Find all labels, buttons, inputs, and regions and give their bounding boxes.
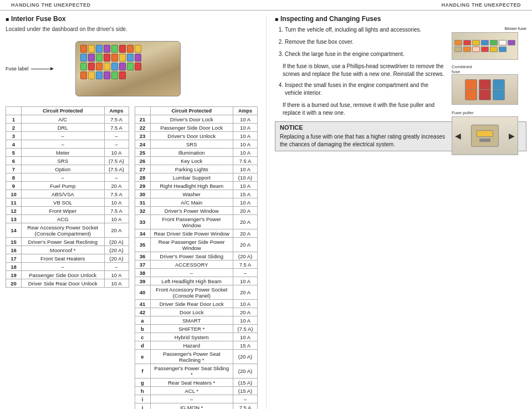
page-layout: Interior Fuse Box Located under the dash… xyxy=(0,15,532,409)
table-row: 4–– xyxy=(6,140,129,149)
table-row: 32Driver's Power Window20 A xyxy=(135,207,258,215)
table-row: 30Washer15 A xyxy=(135,190,258,198)
combined-fuse-box xyxy=(452,74,518,105)
fuse-puller-box: ◀ ▶ xyxy=(452,116,518,155)
header-right: HANDLING THE UNEXPECTED xyxy=(441,2,521,8)
fp-arrow-left-icon: ◀ xyxy=(455,131,461,140)
table-row: 2DRL7.5 A xyxy=(6,124,129,132)
table-row: 36Driver's Power Seat Sliding(20 A) xyxy=(135,252,258,260)
table-row: gRear Seat Heaters *(15 A) xyxy=(135,379,258,387)
fuse-tables-container: Circuit Protected Amps 1A/C7.5 A2DRL7.5 … xyxy=(6,106,258,409)
table-row: 18–– xyxy=(6,263,129,271)
table-row: 5Meter10 A xyxy=(6,149,129,157)
header-left: HANDLING THE UNEXPECTED xyxy=(11,2,91,8)
table-row: 7Option(7.5 A) xyxy=(6,165,129,173)
left-section-title: Interior Fuse Box xyxy=(6,15,258,23)
table-row: cHybrid System10 A xyxy=(135,333,258,341)
table-row: i–– xyxy=(135,395,258,403)
table-row: dHazard15 A xyxy=(135,341,258,350)
table-row: 26Key Lock7.5 A xyxy=(135,157,258,165)
table-row: 3–– xyxy=(6,132,129,140)
table-row: 12Front Wiper7.5 A xyxy=(6,207,129,215)
table1-col-num xyxy=(6,107,22,115)
table-row: 14Rear Accessory Power Socket (Console C… xyxy=(6,223,129,238)
table2-col-amps: Amps xyxy=(233,107,258,115)
fuse-table-2-wrap: Circuit Protected Amps 21Driver's Door L… xyxy=(135,106,258,409)
table-row: 27Parking Lights10 A xyxy=(135,165,258,173)
table-row: 22Passenger Side Door Lock10 A xyxy=(135,124,258,132)
page-header: HANDLING THE UNEXPECTED HANDLING THE UNE… xyxy=(0,0,532,11)
table-row: fPassenger's Power Seat Sliding *(20 A) xyxy=(135,364,258,379)
fuse-table-1-wrap: Circuit Protected Amps 1A/C7.5 A2DRL7.5 … xyxy=(6,106,129,409)
left-column: Interior Fuse Box Located under the dash… xyxy=(6,15,266,409)
table-row: 31A/C Main10 A xyxy=(135,198,258,207)
table-row: 6SRS(7.5 A) xyxy=(6,157,129,165)
combined-fuse-diagram: Combinedfuse xyxy=(452,64,526,105)
fuse-table-1: Circuit Protected Amps 1A/C7.5 A2DRL7.5 … xyxy=(6,106,129,288)
table1-col-circuit: Circuit Protected xyxy=(22,107,105,115)
table-row: hACL *(15 A) xyxy=(135,387,258,395)
table1-col-amps: Amps xyxy=(104,107,129,115)
table-row: 25Illumination10 A xyxy=(135,149,258,157)
fuse-label-arrow xyxy=(31,69,53,69)
table-row: jIG MON *7.5 A xyxy=(135,403,258,410)
fuse-box-image xyxy=(75,41,181,96)
table-row: 19Passenger Side Door Unlock10 A xyxy=(6,271,129,279)
table-row: 24SRS10 A xyxy=(135,140,258,149)
fuse-puller-diagram: Fuse puller ◀ ▶ xyxy=(452,110,526,155)
table-row: 37ACCESSORY7.5 A xyxy=(135,260,258,269)
table-row: bSHIFTER *(7.5 A) xyxy=(135,325,258,333)
table-row: 28Lumbar Support(10 A) xyxy=(135,173,258,182)
right-column: Inspecting and Changing Fuses Blown fuse xyxy=(266,15,526,409)
table2-col-num xyxy=(135,107,150,115)
combined-fuse-label: Combinedfuse xyxy=(452,64,526,74)
table-row: 21Driver's Door Lock10 A xyxy=(135,115,258,124)
table-row: 42Door Lock20 A xyxy=(135,308,258,316)
left-subtitle: Located under the dashboard on the drive… xyxy=(6,26,258,32)
table-row: 35Rear Passenger Side Power Window20 A xyxy=(135,238,258,252)
table-row: 29Right Headlight High Beam10 A xyxy=(135,182,258,190)
table-row: 38–– xyxy=(135,269,258,277)
fuse-label-text: Fuse label xyxy=(6,66,29,71)
table-row: 39Left Headlight High Beam10 A xyxy=(135,277,258,285)
table-row: aSMART10 A xyxy=(135,316,258,325)
fuse-table-2: Circuit Protected Amps 21Driver's Door L… xyxy=(135,106,258,409)
table-row: 8–– xyxy=(6,173,129,182)
table-row: 41Driver Side Rear Door Lock10 A xyxy=(135,300,258,308)
fp-fuse xyxy=(477,130,493,137)
table-row: 33Front Passenger's Power Window20 A xyxy=(135,215,258,229)
table-row: 11VB SOL10 A xyxy=(6,198,129,207)
table-row: 15Driver's Power Seat Reclining(20 A) xyxy=(6,238,129,246)
table-row: 9Fuel Pump20 A xyxy=(6,182,129,190)
blown-fuse-box xyxy=(452,32,518,60)
table-row: 13ACG10 A xyxy=(6,215,129,223)
fuse-puller-label: Fuse puller xyxy=(452,110,526,115)
fuse-puller-main xyxy=(471,125,499,147)
blown-fuse-label: Blown fuse xyxy=(452,26,526,31)
table2-col-circuit: Circuit Protected xyxy=(150,107,233,115)
table-row: 23Driver's Door Unlock10 A xyxy=(135,132,258,140)
right-section-title: Inspecting and Changing Fuses xyxy=(275,15,526,23)
table-row: 40Front Accessory Power Socket (Console … xyxy=(135,285,258,300)
table-row: 34Rear Driver Side Power Window20 A xyxy=(135,229,258,238)
table-row: 16Moonroof *(20 A) xyxy=(6,246,129,254)
fuse-diagrams-area: Blown fuse Combinedfuse xyxy=(452,26,526,155)
table-row: ePassenger's Power Seat Reclining *(20 A… xyxy=(135,350,258,364)
table-row: 1A/C7.5 A xyxy=(6,115,129,124)
fp-handle xyxy=(479,139,490,142)
table-row: 10ABS/VSA7.5 A xyxy=(6,190,129,198)
blown-fuse-diagram: Blown fuse xyxy=(452,26,526,60)
table-row: 17Front Seat Heaters(20 A) xyxy=(6,254,129,263)
fp-arrow-right-icon: ▶ xyxy=(509,131,515,140)
table-row: 20Driver Side Rear Door Unlock10 A xyxy=(6,279,129,288)
